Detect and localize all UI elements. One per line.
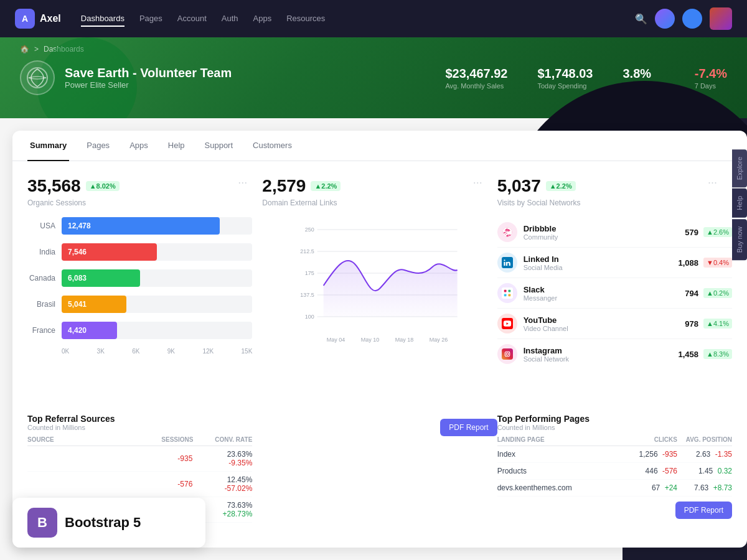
avatar-2[interactable]	[682, 9, 702, 29]
social-row-youtube: YouTube Video Channel 978 ▲4.1%	[497, 309, 732, 339]
page-row-products: Products 446 -576 1.45 0.32	[497, 463, 732, 480]
monthly-sales-label: Avg. Monthly Sales	[445, 82, 507, 90]
breadcrumb-home[interactable]: 🏠	[20, 45, 29, 54]
bootstrap-icon: B	[27, 508, 57, 538]
nav-apps[interactable]: Apps	[253, 11, 272, 27]
svg-text:250: 250	[305, 226, 314, 233]
dashboard-card: Summary Pages Apps Help Support Customer…	[12, 131, 747, 548]
nav-auth[interactable]: Auth	[222, 11, 238, 27]
tab-summary[interactable]: Summary	[27, 131, 69, 161]
domain-links-number: 2,579 ▲2.2%	[262, 176, 341, 196]
social-table: Dribbble Community 579 ▲2.6% Linked In S…	[497, 217, 732, 406]
search-icon[interactable]: 🔍	[635, 13, 647, 25]
social-visits-label: Visits by Social Networks	[497, 198, 581, 207]
nav-right: 🔍	[635, 7, 732, 30]
svg-point-26	[509, 352, 509, 352]
hero-stat-1: $1,748.03 Today Spending	[538, 67, 593, 90]
seller-type: Power Elite Seller	[65, 80, 232, 90]
tab-apps[interactable]: Apps	[127, 131, 151, 161]
pdf-report-button[interactable]: PDF Report	[440, 419, 497, 436]
nav-resources[interactable]: Resources	[286, 11, 325, 27]
organic-menu-icon[interactable]: ···	[238, 176, 247, 189]
breadcrumb: 🏠 > Dashboards	[20, 45, 84, 54]
brand[interactable]: A Axel	[15, 9, 61, 29]
brand-name: Axel	[40, 13, 61, 24]
bar-row-canada: Canada 6,083	[27, 269, 252, 287]
organic-sessions-label: Organic Sessions	[27, 198, 120, 207]
bootstrap-label: Bootstrap 5	[65, 515, 141, 531]
bootstrap-badge: B Bootstrap 5	[12, 498, 205, 548]
hero-info: Save Earth - Volunteer Team Power Elite …	[65, 66, 232, 90]
social-visits-block: 5,037 ▲2.2% Visits by Social Networks ··…	[497, 176, 732, 207]
avatar-1[interactable]	[655, 9, 675, 29]
help-sidebar[interactable]: Help	[732, 189, 747, 218]
slack-icon	[497, 283, 517, 303]
breadcrumb-current: Dashboards	[44, 45, 84, 54]
bar-row-brasil: Brasil 5,041	[27, 296, 252, 313]
svg-rect-19	[504, 294, 506, 297]
hero-stat-0: $23,467.92 Avg. Monthly Sales	[445, 67, 507, 90]
bar-chart: USA 12,478 India 7,546 Canada 6,083	[27, 217, 262, 406]
instagram-icon	[497, 344, 517, 364]
explore-sidebar[interactable]: Explore	[732, 149, 747, 187]
monthly-sales-value: $23,467.92	[445, 67, 507, 81]
tab-help[interactable]: Help	[166, 131, 187, 161]
organic-sessions-block: 35,568 ▲8.02% Organic Sessions ···	[27, 176, 262, 207]
svg-rect-17	[502, 287, 513, 299]
nav-account[interactable]: Account	[177, 11, 207, 27]
team-name: Save Earth - Volunteer Team	[65, 66, 232, 80]
referral-row-0: -935 23.63% -9.35%	[27, 446, 252, 472]
svg-rect-20	[508, 290, 510, 292]
main-content: Summary Pages Apps Help Support Customer…	[0, 118, 747, 560]
youtube-icon	[497, 314, 517, 334]
nav-dashboards[interactable]: Dashboards	[81, 11, 125, 27]
tab-pages[interactable]: Pages	[84, 131, 112, 161]
social-row-linkedin: Linked In Social Media 1,088 ▼0.4%	[497, 248, 732, 278]
referral-row-1: -576 12.45% -57.02%	[27, 472, 252, 497]
tabs: Summary Pages Apps Help Support Customer…	[12, 131, 747, 161]
svg-text:100: 100	[305, 314, 314, 320]
bar-row-india: India 7,546	[27, 243, 252, 261]
svg-text:212.5: 212.5	[300, 248, 314, 254]
overall-share-value: 3.8%	[622, 67, 664, 81]
bar-axis: 0K 3K 6K 9K 12K 15K	[27, 348, 252, 355]
svg-text:May 10: May 10	[361, 337, 380, 343]
top-pages-section: Top Performing Pages Counted in Millions…	[497, 414, 732, 523]
linkedin-icon	[497, 253, 517, 273]
nav-links: Dashboards Pages Account Auth Apps Resou…	[81, 11, 615, 27]
dribbble-icon	[497, 222, 517, 242]
line-chart: 250 212.5 175 137.5 100 May 04 May 10 Ma…	[262, 217, 497, 406]
nav-pages[interactable]: Pages	[139, 11, 162, 27]
svg-rect-21	[508, 294, 510, 297]
svg-text:May 18: May 18	[395, 337, 414, 343]
tab-support[interactable]: Support	[202, 131, 236, 161]
social-menu-icon[interactable]: ···	[708, 176, 717, 189]
social-visits-number: 5,037 ▲2.2%	[497, 176, 581, 196]
breadcrumb-separator: >	[34, 45, 39, 54]
navbar: A Axel Dashboards Pages Account Auth App…	[0, 0, 747, 37]
hero-profile: Save Earth - Volunteer Team Power Elite …	[20, 60, 232, 95]
svg-text:175: 175	[305, 270, 314, 276]
user-avatar[interactable]	[710, 7, 732, 30]
bar-row-usa: USA 12,478	[27, 217, 252, 235]
domain-menu-icon[interactable]: ···	[473, 176, 482, 189]
tab-customers[interactable]: Customers	[250, 131, 294, 161]
days-label: 7 Days	[695, 82, 727, 90]
svg-rect-23	[502, 348, 513, 360]
page-row-index: Index 1,256 -935 2.63 -1.35	[497, 446, 732, 463]
today-spending-value: $1,748.03	[538, 67, 593, 81]
domain-links-label: Domain External Links	[262, 198, 341, 207]
panels-row: USA 12,478 India 7,546 Canada 6,083	[12, 207, 747, 406]
social-row-instagram: Instagram Social Network 1,458 ▲8.3%	[497, 339, 732, 369]
buy-sidebar[interactable]: Buy now	[732, 219, 747, 260]
domain-links-block: 2,579 ▲2.2% Domain External Links ···	[262, 176, 497, 207]
brand-icon: A	[15, 9, 35, 29]
side-bars: Explore Help Buy now	[732, 149, 747, 260]
social-visits-badge: ▲2.2%	[546, 181, 576, 191]
page-row-devs: devs.keenthemes.com 67 +24 7.63 +8.73	[497, 480, 732, 497]
days-value: -7.4%	[695, 67, 727, 81]
pdf-report-button-2[interactable]: PDF Report	[675, 502, 732, 519]
social-row-slack: Slack Messanger 794 ▲0.2%	[497, 278, 732, 309]
hero-logo	[20, 60, 55, 95]
stats-grid: 35,568 ▲8.02% Organic Sessions ··· 2,579…	[12, 161, 747, 207]
